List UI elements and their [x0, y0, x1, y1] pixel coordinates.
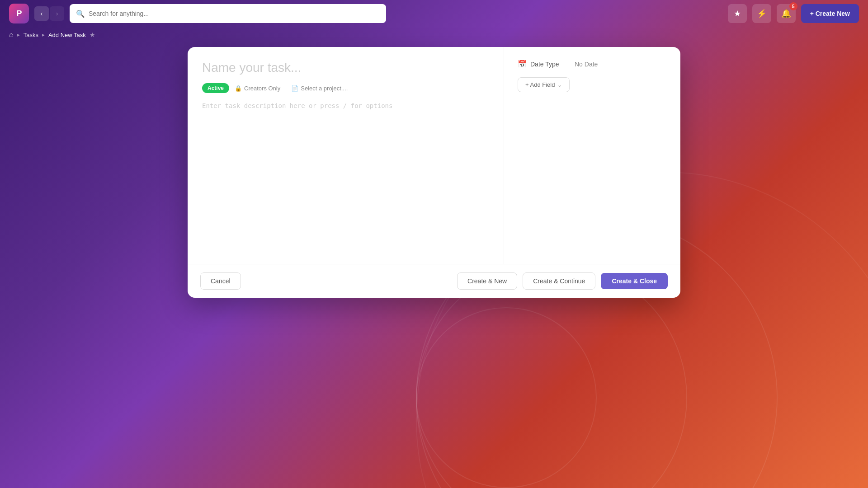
- chevron-down-icon: ⌄: [557, 82, 562, 88]
- notifications-button[interactable]: 🔔 5: [777, 4, 796, 23]
- create-and-new-button[interactable]: Create & New: [457, 272, 517, 290]
- logo-button[interactable]: P: [9, 4, 29, 23]
- upgrade-button[interactable]: ⚡: [752, 4, 771, 23]
- create-and-continue-button[interactable]: Create & Continue: [523, 272, 595, 290]
- lock-icon: 🔒: [235, 85, 242, 92]
- breadcrumb-sep-2: ▸: [42, 32, 45, 38]
- forward-button[interactable]: ›: [50, 6, 64, 21]
- date-type-label: Date Type: [530, 61, 559, 68]
- breadcrumb-star-icon[interactable]: ★: [90, 31, 95, 38]
- calendar-icon: 📅: [518, 60, 527, 68]
- right-panel: 📅 Date Type No Date + Add Field ⌄: [504, 47, 680, 264]
- breadcrumb-current: Add New Task: [48, 32, 86, 38]
- creators-only-button[interactable]: 🔒 Creators Only: [235, 85, 280, 92]
- home-icon[interactable]: ⌂: [9, 31, 14, 39]
- back-button[interactable]: ‹: [34, 6, 49, 21]
- create-new-button[interactable]: + Create New: [801, 4, 859, 23]
- search-input[interactable]: [89, 10, 380, 17]
- logo-text: P: [16, 9, 21, 19]
- cancel-label: Cancel: [211, 277, 231, 285]
- search-bar: 🔍: [70, 4, 386, 23]
- favorites-button[interactable]: ★: [728, 4, 747, 23]
- task-modal: Active 🔒 Creators Only 📄 Select a projec…: [188, 47, 680, 298]
- date-type-label-wrap: 📅 Date Type: [518, 60, 567, 68]
- search-icon: 🔍: [76, 9, 85, 18]
- notification-badge: 5: [789, 2, 797, 10]
- bolt-icon: ⚡: [757, 9, 767, 19]
- star-icon: ★: [734, 9, 741, 19]
- main-content: Active 🔒 Creators Only 📄 Select a projec…: [0, 42, 868, 302]
- select-project-label: Select a project....: [301, 85, 348, 92]
- bell-icon: 🔔: [781, 9, 791, 19]
- breadcrumb-sep-1: ▸: [17, 32, 20, 38]
- modal-body: Active 🔒 Creators Only 📄 Select a projec…: [188, 47, 680, 264]
- no-date-value[interactable]: No Date: [575, 61, 598, 68]
- left-panel: Active 🔒 Creators Only 📄 Select a projec…: [188, 47, 504, 264]
- nav-arrows: ‹ ›: [34, 6, 64, 21]
- create-and-close-button[interactable]: Create & Close: [601, 273, 668, 289]
- footer-right-buttons: Create & New Create & Continue Create & …: [457, 272, 668, 290]
- modal-footer: Cancel Create & New Create & Continue Cr…: [188, 264, 680, 298]
- top-navigation: P ‹ › 🔍 ★ ⚡ 🔔 5 + Create New: [0, 0, 868, 27]
- create-continue-label: Create & Continue: [533, 277, 585, 285]
- status-badge[interactable]: Active: [202, 83, 229, 93]
- breadcrumb-tasks[interactable]: Tasks: [24, 32, 38, 38]
- create-new-label: Create & New: [467, 277, 507, 285]
- task-description-input[interactable]: [202, 102, 489, 238]
- add-field-label: + Add Field: [525, 81, 555, 88]
- create-new-label: + Create New: [810, 10, 850, 17]
- breadcrumb: ⌂ ▸ Tasks ▸ Add New Task ★: [0, 27, 868, 42]
- date-type-row: 📅 Date Type No Date: [518, 60, 667, 68]
- create-close-label: Create & Close: [612, 277, 657, 285]
- cancel-button[interactable]: Cancel: [200, 272, 241, 290]
- task-meta-row: Active 🔒 Creators Only 📄 Select a projec…: [202, 83, 489, 93]
- creators-only-label: Creators Only: [244, 85, 280, 92]
- task-name-input[interactable]: [202, 61, 489, 75]
- add-field-button[interactable]: + Add Field ⌄: [518, 77, 570, 92]
- project-icon: 📄: [291, 85, 298, 92]
- select-project-button[interactable]: 📄 Select a project....: [291, 85, 348, 92]
